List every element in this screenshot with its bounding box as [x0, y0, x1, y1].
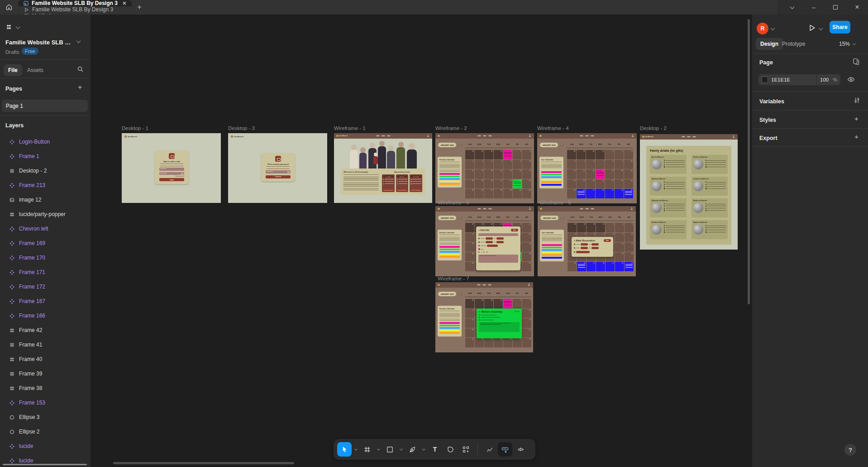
- visibility-toggle[interactable]: [847, 76, 855, 85]
- layer-row-frame-41[interactable]: Frame 41: [0, 337, 91, 352]
- file-location[interactable]: Drafts: [5, 49, 19, 55]
- draw-tool[interactable]: [482, 442, 497, 457]
- tab-design[interactable]: Design: [756, 38, 783, 50]
- continue-button[interactable]: Continue: [266, 175, 291, 178]
- shape-tool-chevron[interactable]: [398, 442, 404, 457]
- layer-row-image-12[interactable]: image 12: [0, 193, 91, 207]
- add-style-button[interactable]: +: [854, 115, 858, 122]
- layers-horizontal-scrollbar[interactable]: [3, 464, 87, 465]
- layer-row-ellipse-3[interactable]: Ellipse 3: [0, 410, 91, 424]
- maximize-button[interactable]: [825, 0, 846, 14]
- layer-row-frame-167[interactable]: Frame 167: [0, 294, 91, 308]
- file-title-chevron[interactable]: [76, 39, 81, 43]
- email-field[interactable]: [159, 168, 184, 171]
- month-nav[interactable]: ‹›: [458, 144, 462, 146]
- frame-label-wireframe-4[interactable]: Wireframe - 4: [537, 125, 569, 131]
- layer-row-ellipse-2[interactable]: Ellipse 2: [0, 424, 91, 439]
- layer-row-frame-166[interactable]: Frame 166: [0, 308, 91, 323]
- layer-row-frame-1[interactable]: Frame 1: [0, 149, 91, 164]
- frame-label-wireframe-6[interactable]: Wireframe - 6: [438, 200, 469, 205]
- appointment-button[interactable]: Make an appointment: [410, 189, 421, 191]
- forgot-password-link[interactable]: Forgot password: [159, 176, 184, 177]
- file-tab-1[interactable]: Familie Website SLB By Design 3: [18, 6, 132, 13]
- share-button[interactable]: Share: [830, 21, 850, 34]
- canvas-frame-desktop-3[interactable]: Van Woensel Fill in weekly password Cont…: [228, 133, 327, 203]
- frame-label-wireframe-7[interactable]: Wireframe - 7: [438, 276, 469, 281]
- actions-tool[interactable]: [458, 442, 473, 457]
- appointment-button[interactable]: Make an appointment: [383, 189, 394, 191]
- search-button[interactable]: [77, 66, 84, 74]
- help-button[interactable]: ?: [844, 444, 856, 456]
- frame-label-wireframe-1[interactable]: Wireframe - 1: [334, 125, 366, 131]
- export-section-header[interactable]: Export: [759, 135, 777, 141]
- frame-label-desktop-1[interactable]: Desktop - 1: [122, 125, 148, 131]
- event-card[interactable]: Sun, Feb 22 Make an appointment: [410, 174, 422, 192]
- frame-label-wireframe-5[interactable]: Wireframe - 5: [539, 200, 571, 205]
- layer-row-frame-38[interactable]: Frame 38: [0, 381, 91, 395]
- text-tool[interactable]: T: [428, 442, 442, 457]
- canvas-horizontal-scrollbar[interactable]: [113, 462, 294, 464]
- tab-assets[interactable]: Assets: [27, 67, 43, 73]
- pen-tool[interactable]: [405, 442, 420, 457]
- format-toolbar[interactable]: B I U S: [478, 251, 518, 253]
- layer-row-login-button[interactable]: Login-Button: [0, 135, 91, 149]
- new-tab-button[interactable]: +: [132, 0, 147, 14]
- frame-label-desktop-3[interactable]: Desktop - 3: [228, 125, 255, 131]
- zoom-control[interactable]: 15%: [839, 41, 855, 47]
- time-select[interactable]: [591, 247, 599, 249]
- shape-tool[interactable]: [382, 442, 397, 457]
- time-select[interactable]: [486, 241, 493, 243]
- layer-row-lucide-party-popper[interactable]: lucide/party-popper: [0, 207, 91, 221]
- event-card[interactable]: Fri, Jan 23 Make an appointment: [382, 174, 395, 192]
- layer-row-desktop-2[interactable]: Desktop - 2: [0, 164, 91, 178]
- page-item-page-1[interactable]: Page 1: [2, 100, 88, 112]
- description-textarea[interactable]: [478, 255, 518, 263]
- canvas-frame-wireframe-6[interactable]: JANUARY 2026 ‹› SUNMONTUEWEDTHUFRISAT 28…: [435, 206, 534, 276]
- color-picker[interactable]: [478, 248, 480, 250]
- page-color-input[interactable]: 1E1E1E: [758, 74, 816, 85]
- color-swatch[interactable]: [762, 77, 768, 83]
- appointment-button[interactable]: Make an appointment: [397, 189, 408, 191]
- home-button[interactable]: [0, 0, 18, 14]
- variables-section-header[interactable]: Variables: [759, 98, 784, 105]
- date-select[interactable]: [486, 237, 493, 240]
- add-page-button[interactable]: +: [78, 83, 82, 91]
- layer-row-lucide[interactable]: lucide: [0, 439, 91, 453]
- month-nav[interactable]: ‹›: [560, 144, 563, 146]
- styles-section-header[interactable]: Styles: [759, 117, 776, 123]
- title-input[interactable]: [478, 233, 518, 236]
- canvas-frame-wireframe-1[interactable]: Van Woensel Welcome to the ho: [334, 133, 432, 203]
- avatar-chevron-icon[interactable]: [771, 26, 775, 30]
- canvas[interactable]: Desktop - 1 Van Woensel Sign in with e-m…: [91, 14, 752, 467]
- time-select[interactable]: [581, 247, 588, 249]
- move-tool-chevron[interactable]: [353, 442, 359, 457]
- minimize-button[interactable]: –: [803, 0, 825, 14]
- main-menu-button[interactable]: [5, 24, 12, 32]
- pen-tool-chevron[interactable]: [420, 442, 427, 457]
- layer-row-frame-42[interactable]: Frame 42: [0, 323, 91, 337]
- canvas-frame-desktop-2[interactable]: Van Woensel Family details (for gifts) B…: [640, 134, 738, 250]
- window-menu-chevron[interactable]: [781, 0, 803, 14]
- dev-mode-toggle[interactable]: [498, 442, 512, 457]
- frame-label-desktop-2[interactable]: Desktop - 2: [640, 125, 667, 131]
- close-icon[interactable]: ×: [479, 311, 480, 313]
- add-export-button[interactable]: +: [854, 133, 858, 140]
- time-select[interactable]: [496, 241, 504, 243]
- save-button[interactable]: Save: [511, 229, 518, 231]
- layer-row-frame-169[interactable]: Frame 169: [0, 236, 91, 250]
- month-nav[interactable]: ‹›: [458, 293, 462, 295]
- month-nav[interactable]: ‹›: [458, 217, 462, 219]
- date-select[interactable]: [581, 243, 588, 246]
- menu-chevron-icon[interactable]: [16, 24, 20, 29]
- login-button[interactable]: Login: [159, 178, 184, 181]
- canvas-frame-desktop-1[interactable]: Van Woensel Sign in with e-mail Forgot p…: [122, 133, 221, 203]
- canvas-frame-wireframe-7[interactable]: JANUARY 2026 ‹› SUNMONTUEWEDTHUFRISAT 28…: [435, 282, 533, 352]
- save-button[interactable]: Save: [604, 239, 611, 242]
- layer-row-frame-171[interactable]: Frame 171: [0, 265, 91, 279]
- present-chevron-icon[interactable]: [819, 26, 823, 30]
- layer-row-frame-39[interactable]: Frame 39: [0, 366, 91, 381]
- open-variables-button[interactable]: [854, 97, 860, 106]
- date-select[interactable]: [496, 237, 504, 240]
- month-nav[interactable]: ‹›: [560, 217, 564, 219]
- layer-row-frame-172[interactable]: Frame 172: [0, 279, 91, 294]
